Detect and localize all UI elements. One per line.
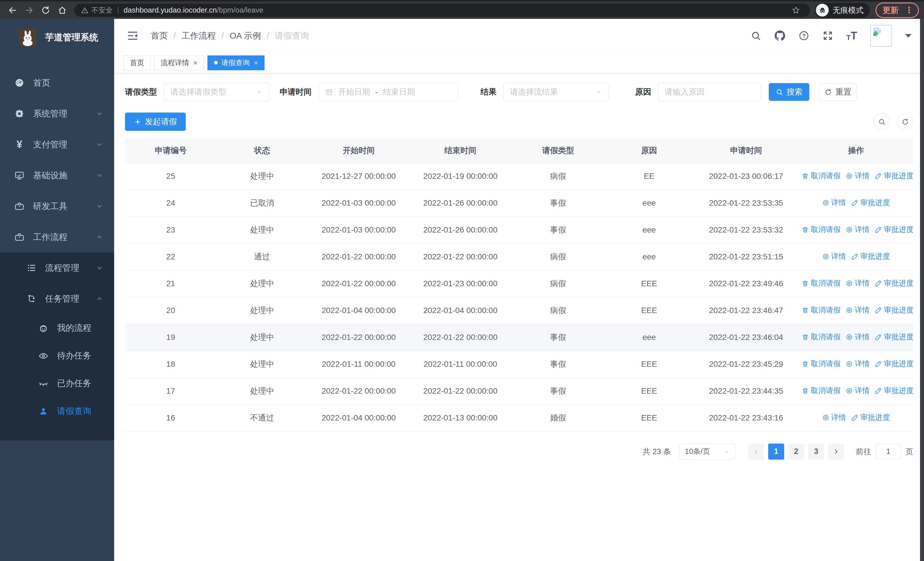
cell-actions: 取消请假详情审批进度 xyxy=(799,378,913,405)
detail-action-link[interactable]: 详情 xyxy=(822,198,846,208)
page-button-2[interactable]: 2 xyxy=(788,444,804,460)
cell-status: 处理中 xyxy=(216,297,308,324)
tab-首页[interactable]: 首页 xyxy=(123,56,151,70)
apply-time-range-picker[interactable]: 开始日期 - 结束日期 xyxy=(318,83,458,101)
table-refresh-button[interactable] xyxy=(897,114,913,130)
cell-id: 19 xyxy=(125,324,216,351)
progress-action-link[interactable]: 审批进度 xyxy=(874,332,913,342)
detail-action-link[interactable]: 详情 xyxy=(846,359,870,369)
detail-action-link[interactable]: 详情 xyxy=(846,305,870,315)
progress-action-link[interactable]: 审批进度 xyxy=(874,305,913,315)
page-size-select[interactable]: 10条/页 xyxy=(680,444,735,460)
sidebar-item-已办任务[interactable]: 已办任务 xyxy=(0,370,114,397)
home-icon[interactable] xyxy=(55,3,70,18)
cell-id: 25 xyxy=(125,163,216,190)
fullscreen-icon[interactable] xyxy=(822,30,833,41)
sidebar-item-首页[interactable]: 首页 xyxy=(0,68,114,98)
github-icon[interactable] xyxy=(774,30,785,41)
sidebar-item-工作流程[interactable]: 工作流程 xyxy=(0,222,114,253)
forward-icon[interactable] xyxy=(22,3,36,18)
cancel-action-link[interactable]: 取消请假 xyxy=(802,171,840,181)
prev-page-button[interactable] xyxy=(748,444,764,460)
start-date-placeholder[interactable]: 开始日期 xyxy=(338,87,370,98)
table-row[interactable]: 18 处理中 2022-01-11 00:00:00 2022-01-11 00… xyxy=(125,351,913,378)
avatar-caret-icon[interactable] xyxy=(905,34,912,38)
table-row[interactable]: 24 已取消 2022-01-03 00:00:00 2022-01-26 00… xyxy=(125,190,913,217)
search-icon[interactable] xyxy=(750,30,761,41)
progress-action-link[interactable]: 审批进度 xyxy=(874,171,913,181)
update-button[interactable]: 更新 ⋮ xyxy=(876,3,919,18)
breadcrumb-item[interactable]: 工作流程 xyxy=(182,30,216,42)
table-row[interactable]: 19 处理中 2022-01-22 00:00:00 2022-01-22 00… xyxy=(125,324,913,351)
search-button[interactable]: 搜索 xyxy=(769,83,809,101)
back-icon[interactable] xyxy=(5,3,20,18)
reset-button[interactable]: 重置 xyxy=(819,83,856,101)
font-size-icon[interactable]: TT xyxy=(846,30,857,41)
create-leave-button[interactable]: 发起请假 xyxy=(125,113,186,131)
sidebar-item-我的流程[interactable]: 我的流程 xyxy=(0,314,114,342)
detail-action-link[interactable]: 详情 xyxy=(846,332,870,342)
cell-end-time: 2022-01-23 00:00:00 xyxy=(410,270,511,297)
sidebar-item-任务管理[interactable]: 任务管理 xyxy=(0,283,114,314)
progress-action-link[interactable]: 审批进度 xyxy=(874,224,913,235)
table-row[interactable]: 21 处理中 2022-01-22 00:00:00 2022-01-23 00… xyxy=(125,270,913,297)
leave-type-select[interactable]: 请选择请假类型 xyxy=(164,83,269,101)
progress-action-link[interactable]: 审批进度 xyxy=(874,386,913,396)
cancel-action-link[interactable]: 取消请假 xyxy=(802,359,840,369)
cancel-action-link[interactable]: 取消请假 xyxy=(802,305,840,315)
help-icon[interactable]: ? xyxy=(798,30,809,41)
url-text[interactable]: dashboard.yudao.iocoder.cn/bpm/oa/leave xyxy=(123,6,263,15)
cancel-action-link[interactable]: 取消请假 xyxy=(802,332,840,342)
page-button-3[interactable]: 3 xyxy=(808,444,824,460)
sidebar-item-流程管理[interactable]: 流程管理 xyxy=(0,253,114,283)
tab-close-icon[interactable]: × xyxy=(193,59,198,66)
table-row[interactable]: 16 不通过 2022-01-04 00:00:00 2022-01-13 00… xyxy=(125,405,913,431)
progress-action-link[interactable]: 审批进度 xyxy=(851,251,890,261)
table-row[interactable]: 23 处理中 2022-01-03 00:00:00 2022-01-26 00… xyxy=(125,217,913,244)
detail-action-link[interactable]: 详情 xyxy=(822,251,846,261)
end-date-placeholder[interactable]: 结束日期 xyxy=(383,87,415,98)
url-bar[interactable]: 不安全 dashboard.yudao.iocoder.cn/bpm/oa/le… xyxy=(74,4,810,17)
goto-page-input[interactable] xyxy=(876,444,901,459)
table-row[interactable]: 25 处理中 2021-12-27 00:00:00 2022-01-19 00… xyxy=(125,163,913,190)
cell-id: 24 xyxy=(125,190,216,217)
detail-action-link[interactable]: 详情 xyxy=(846,224,870,235)
sidebar-item-研发工具[interactable]: 研发工具 xyxy=(0,191,114,222)
page-button-1[interactable]: 1 xyxy=(768,444,784,460)
browser-menu-icon[interactable]: ⋮ xyxy=(903,5,915,15)
sidebar-item-待办任务[interactable]: 待办任务 xyxy=(0,342,114,370)
tab-流程详情[interactable]: 流程详情 × xyxy=(154,56,204,70)
reason-input[interactable] xyxy=(658,83,760,101)
next-page-button[interactable] xyxy=(828,444,844,460)
table-row[interactable]: 20 处理中 2022-01-04 00:00:00 2022-01-04 00… xyxy=(125,297,913,324)
cancel-action-link[interactable]: 取消请假 xyxy=(802,386,840,396)
detail-action-link[interactable]: 详情 xyxy=(846,278,870,288)
sidebar-item-请假查询[interactable]: 请假查询 xyxy=(0,397,114,425)
progress-action-link[interactable]: 审批进度 xyxy=(874,278,913,288)
result-select[interactable]: 请选择流结果 xyxy=(503,83,609,101)
tab-请假查询[interactable]: 请假查询 × xyxy=(207,56,264,70)
sidebar-item-系统管理[interactable]: 系统管理 xyxy=(0,98,114,129)
progress-action-link[interactable]: 审批进度 xyxy=(874,359,913,369)
cancel-action-link[interactable]: 取消请假 xyxy=(802,278,840,288)
avatar[interactable] xyxy=(870,25,892,47)
tab-close-icon[interactable]: × xyxy=(254,59,258,66)
table-row[interactable]: 17 处理中 2022-01-22 00:00:00 2022-01-22 00… xyxy=(125,378,913,405)
sidebar-item-支付管理[interactable]: ¥ 支付管理 xyxy=(0,129,114,160)
progress-action-link[interactable]: 审批进度 xyxy=(851,412,890,423)
detail-action-link[interactable]: 详情 xyxy=(822,412,846,423)
bookmark-star-icon[interactable] xyxy=(789,3,803,18)
sidebar-item-基础设施[interactable]: 基础设施 xyxy=(0,160,114,191)
browser-scrollbar[interactable] xyxy=(920,19,924,561)
progress-action-link[interactable]: 审批进度 xyxy=(851,198,890,208)
table-row[interactable]: 22 通过 2022-01-22 00:00:00 2022-01-22 00:… xyxy=(125,244,913,270)
breadcrumb-item[interactable]: 首页 xyxy=(151,30,168,42)
cancel-action-link[interactable]: 取消请假 xyxy=(802,224,840,235)
breadcrumb-item[interactable]: OA 示例 xyxy=(230,30,261,42)
sidebar-collapse-icon[interactable] xyxy=(127,30,139,42)
table-search-button[interactable] xyxy=(874,114,890,130)
detail-action-link[interactable]: 详情 xyxy=(846,386,870,396)
reload-icon[interactable] xyxy=(38,3,53,18)
app-logo-row[interactable]: 芋道管理系统 xyxy=(0,19,114,56)
detail-action-link[interactable]: 详情 xyxy=(846,171,870,181)
